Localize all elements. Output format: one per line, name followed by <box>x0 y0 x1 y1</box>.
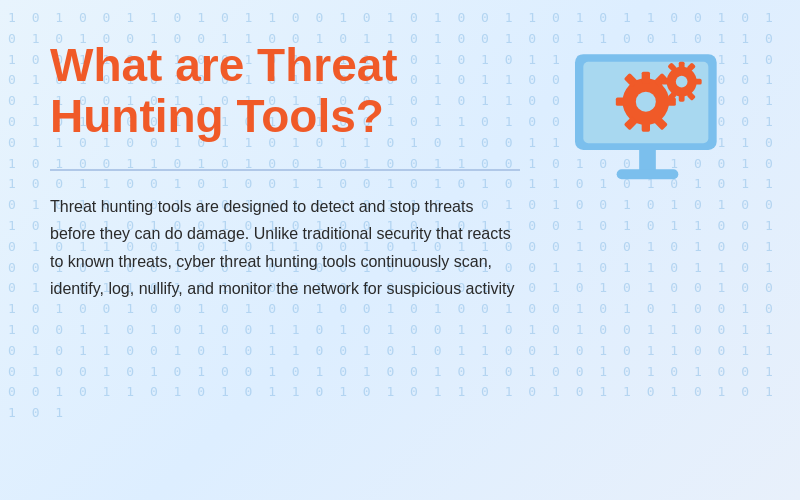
svg-rect-7 <box>642 120 650 132</box>
svg-point-5 <box>636 92 656 112</box>
svg-rect-19 <box>662 79 670 85</box>
svg-rect-3 <box>617 169 679 179</box>
description-text: Threat hunting tools are designed to det… <box>50 193 520 302</box>
monitor-svg <box>565 50 735 200</box>
main-content: What are Threat Hunting Tools? Threat hu… <box>0 0 800 500</box>
svg-point-15 <box>676 76 688 88</box>
title-divider <box>50 169 520 171</box>
monitor-icon <box>565 50 735 200</box>
svg-rect-16 <box>679 62 685 69</box>
svg-rect-17 <box>679 94 685 102</box>
svg-rect-9 <box>616 98 628 106</box>
page-title: What are Threat Hunting Tools? <box>50 40 520 141</box>
svg-rect-6 <box>642 72 650 84</box>
right-section <box>550 40 750 200</box>
svg-rect-18 <box>694 79 702 85</box>
svg-rect-2 <box>639 150 656 171</box>
left-section: What are Threat Hunting Tools? Threat hu… <box>50 40 550 302</box>
